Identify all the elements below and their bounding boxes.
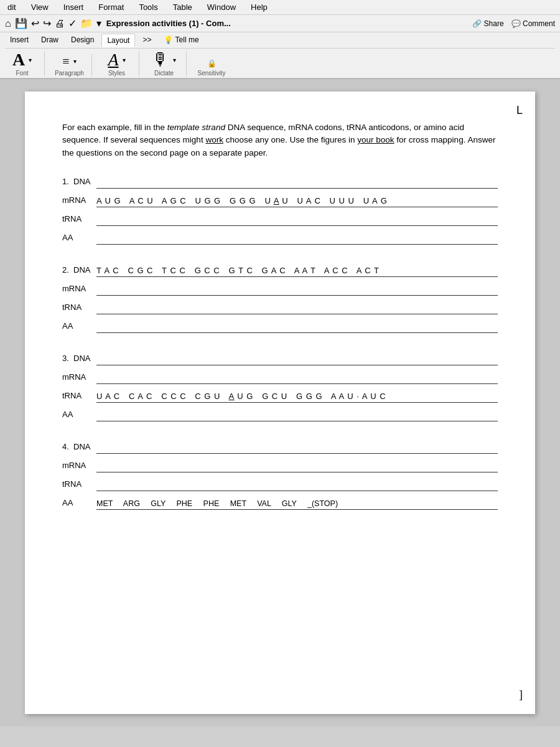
comment-button[interactable]: 💬 Comment — [511, 19, 555, 28]
ribbon-group-dictate-content: 🎙 ▾ — [152, 51, 176, 68]
title-bar: ⌂ 💾 ↩ ↪ 🖨 ✓ 📁 ▾ Expression activities (1… — [0, 15, 560, 32]
ribbon-tabs: Insert Draw Design Layout >> 💡 Tell me — [5, 34, 555, 49]
q2-trna-label: tRNA — [62, 303, 96, 312]
question-4: 4. DNA mRNA tRNA AA MET ARG GLY PHE PHE … — [62, 439, 498, 510]
q1-mrna-label: mRNA — [62, 195, 96, 205]
q4-mrna-line — [96, 459, 498, 472]
corner-mark: L — [516, 104, 523, 117]
q1-aa-label: AA — [62, 233, 96, 242]
q3-aa-label: AA — [62, 410, 96, 419]
q1-mrna-line: A U G A C U A G C U G G G G G U A U U A … — [96, 194, 498, 207]
paragraph-icon[interactable]: ≡ — [62, 54, 69, 68]
share-button[interactable]: 🔗 Share — [472, 19, 503, 28]
ribbon-group-font-content: A ▾ — [12, 51, 32, 68]
q2-aa-label: AA — [62, 321, 96, 331]
styles-dropdown-icon[interactable]: ▾ — [123, 57, 126, 63]
paragraph-dropdown-icon[interactable]: ▾ — [73, 58, 77, 65]
question-1: 1. DNA mRNA A U G A C U A G C U G G G G … — [62, 174, 498, 245]
ribbon-group-sensitivity-content: 🔒 — [207, 59, 217, 68]
tab-design[interactable]: Design — [66, 34, 99, 47]
question-2: 2. DNA T A C C G C T C C G C C G T C G A… — [62, 263, 498, 334]
ribbon: Insert Draw Design Layout >> 💡 Tell me A… — [0, 32, 560, 78]
ribbon-group-paragraph: ≡ ▾ Paragraph — [55, 54, 92, 77]
q4-aa-sequence: MET ARG GLY PHE PHE MET VAL GLY _(STOP) — [96, 499, 338, 508]
ribbon-group-styles-content: A ▾ — [108, 51, 125, 68]
menu-help[interactable]: Help — [248, 1, 270, 13]
q3-aa-row: AA — [62, 407, 498, 422]
tell-me[interactable]: 💡 Tell me — [159, 34, 203, 47]
menu-view[interactable]: View — [29, 1, 51, 13]
q2-mrna-row: mRNA — [62, 281, 498, 296]
tab-draw[interactable]: Draw — [36, 34, 63, 47]
ribbon-content: A ▾ Font ≡ ▾ Paragraph A ▾ Styles — [5, 49, 555, 77]
menu-table[interactable]: Table — [170, 1, 195, 13]
title-bar-right: 🔗 Share 💬 Comment — [472, 19, 555, 28]
q3-mrna-row: mRNA — [62, 370, 498, 385]
q4-aa-line: MET ARG GLY PHE PHE MET VAL GLY _(STOP) — [96, 496, 498, 510]
q3-trna-sequence: U A C C A C C C C C G U A U G G C U G G … — [96, 392, 386, 401]
menu-window[interactable]: Window — [205, 1, 238, 13]
q2-dna-row: 2. DNA T A C C G C T C C G C C G T C G A… — [62, 263, 498, 278]
paragraph-label: Paragraph — [55, 70, 84, 77]
q4-trna-label: tRNA — [62, 479, 96, 489]
dictate-dropdown-icon[interactable]: ▾ — [173, 57, 176, 63]
sensitivity-label: Sensitivity — [197, 70, 225, 77]
save-icon[interactable]: 💾 — [15, 17, 27, 29]
q2-mrna-line — [96, 282, 498, 296]
ribbon-group-sensitivity: 🔒 Sensitivity — [197, 59, 234, 77]
font-label: Font — [16, 70, 28, 77]
q4-trna-row: tRNA — [62, 477, 498, 492]
dictate-label: Dictate — [154, 70, 174, 77]
q2-aa-row: AA — [62, 319, 498, 334]
q2-mrna-label: mRNA — [62, 284, 96, 293]
instructions: For each example, fill in the template s… — [62, 121, 498, 159]
q1-trna-label: tRNA — [62, 214, 96, 223]
undo-icon[interactable]: ↩ — [31, 17, 39, 29]
q3-number-label: 3. DNA — [62, 354, 96, 363]
q4-dna-row: 4. DNA — [62, 439, 498, 454]
font-dropdown-icon[interactable]: ▾ — [29, 57, 32, 63]
question-3: 3. DNA mRNA tRNA U A C C A C C C C C G U… — [62, 351, 498, 422]
document-page: L For each example, fill in the template… — [25, 92, 535, 714]
q1-aa-row: AA — [62, 230, 498, 245]
q2-trna-line — [96, 301, 498, 314]
home-icon[interactable]: ⌂ — [5, 18, 11, 29]
q4-number-label: 4. DNA — [62, 442, 96, 451]
menu-tools[interactable]: Tools — [136, 1, 160, 13]
menu-format[interactable]: Format — [96, 1, 126, 13]
ribbon-group-paragraph-content: ≡ ▾ — [62, 54, 76, 68]
sensitivity-icon[interactable]: 🔒 — [207, 59, 217, 68]
q3-dna-row: 3. DNA — [62, 351, 498, 366]
q2-dna-sequence: T A C C G C T C C G C C G T C G A C A A … — [96, 266, 380, 275]
dictate-icon[interactable]: 🎙 — [152, 51, 169, 68]
check-icon[interactable]: ✓ — [68, 17, 77, 29]
title-bar-icons: ⌂ 💾 ↩ ↪ 🖨 ✓ 📁 ▾ — [5, 17, 101, 29]
folder-icon[interactable]: 📁 — [80, 17, 93, 29]
bottom-mark: ] — [519, 688, 523, 702]
q3-mrna-label: mRNA — [62, 372, 96, 382]
menu-insert[interactable]: Insert — [61, 1, 86, 13]
q3-aa-line — [96, 408, 498, 421]
font-a-icon[interactable]: A — [12, 51, 25, 68]
q1-dna-row: 1. DNA — [62, 174, 498, 189]
ribbon-group-styles: A ▾ Styles — [102, 51, 139, 77]
more-icon[interactable]: ▾ — [96, 17, 101, 29]
q1-aa-line — [96, 231, 498, 245]
q4-aa-row: AA MET ARG GLY PHE PHE MET VAL GLY _(STO… — [62, 496, 498, 510]
q1-number-label: 1. DNA — [62, 177, 96, 186]
styles-icon[interactable]: A — [108, 51, 118, 68]
print-icon[interactable]: 🖨 — [55, 18, 65, 29]
toolbar-wrapper: dit View Insert Format Tools Table Windo… — [0, 0, 560, 79]
tab-layout[interactable]: Layout — [101, 34, 135, 47]
menu-bar: dit View Insert Format Tools Table Windo… — [0, 0, 560, 15]
q3-dna-line — [96, 352, 498, 365]
tab-more[interactable]: >> — [138, 34, 156, 47]
redo-icon[interactable]: ↪ — [43, 17, 51, 29]
q4-dna-line — [96, 440, 498, 454]
ribbon-group-font: A ▾ Font — [7, 51, 45, 77]
q3-trna-line: U A C C A C C C C C G U A U G G C U G G … — [96, 389, 498, 403]
tab-insert[interactable]: Insert — [5, 34, 34, 47]
q4-aa-label: AA — [62, 498, 96, 507]
menu-edit[interactable]: dit — [5, 1, 19, 13]
q1-dna-line — [96, 175, 498, 189]
